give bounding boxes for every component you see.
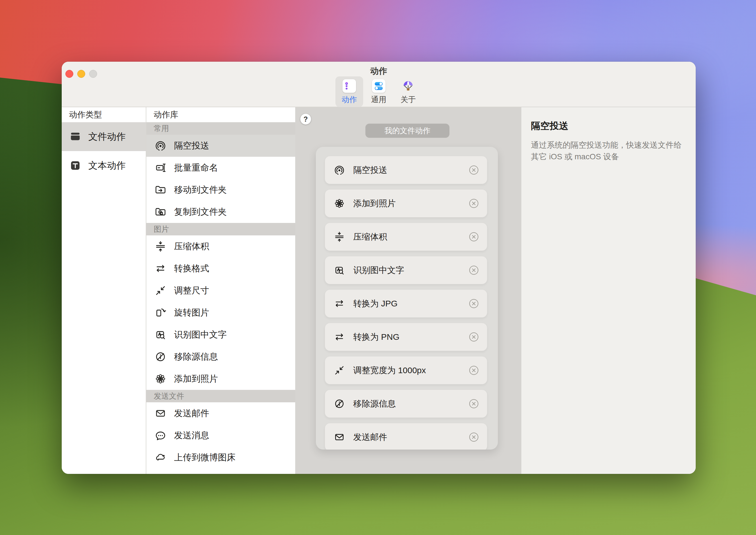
library-item-label: 调整尺寸 bbox=[174, 285, 209, 296]
x-circle-icon bbox=[469, 204, 479, 209]
x-circle-icon bbox=[469, 304, 479, 309]
tab-about[interactable]: 关于 bbox=[394, 76, 422, 107]
compress-icon bbox=[334, 231, 345, 243]
tab-label: 关于 bbox=[400, 95, 416, 105]
library-item-label: 添加到照片 bbox=[174, 373, 218, 385]
library-item-label: 隔空投送 bbox=[174, 140, 209, 152]
text-t-icon bbox=[69, 159, 81, 172]
x-circle-icon bbox=[469, 171, 479, 176]
x-circle-icon bbox=[469, 238, 479, 242]
library-item[interactable]: 移除源信息 bbox=[146, 346, 295, 368]
titlebar: 动作 动作通用关于 bbox=[62, 62, 696, 107]
library-item-label: 上传到微博图床 bbox=[174, 452, 236, 464]
library-item-label: 批量重命名 bbox=[174, 162, 218, 174]
action-card-label: 添加到照片 bbox=[353, 198, 469, 210]
remove-action-button[interactable] bbox=[469, 165, 479, 175]
airdrop-icon bbox=[334, 164, 345, 176]
action-card[interactable]: 识别图中文字 bbox=[325, 256, 487, 284]
library-item[interactable]: 转换格式 bbox=[146, 258, 295, 279]
action-card[interactable]: 移除源信息 bbox=[325, 390, 487, 418]
library-item-label: 移除源信息 bbox=[174, 351, 218, 363]
sidebar-item-text-actions[interactable]: 文本动作 bbox=[62, 151, 146, 180]
action-card[interactable]: 发送邮件 bbox=[325, 423, 487, 450]
rename-icon bbox=[154, 161, 167, 174]
help-button[interactable]: ? bbox=[300, 114, 311, 125]
library-item-label: 旋转图片 bbox=[174, 307, 209, 319]
library-item[interactable]: 旋转图片 bbox=[146, 301, 295, 324]
action-card[interactable]: 隔空投送 bbox=[325, 156, 487, 184]
remove-action-button[interactable] bbox=[469, 332, 479, 342]
action-type-list: 文件动作文本动作 bbox=[62, 122, 146, 180]
library-section-header: 图片 bbox=[146, 223, 295, 236]
library-item-label: 移动到文件夹 bbox=[174, 184, 227, 196]
library-item[interactable]: 批量重命名 bbox=[146, 157, 295, 179]
no-info-icon bbox=[154, 351, 167, 363]
remove-action-button[interactable] bbox=[469, 232, 479, 241]
remove-action-button[interactable] bbox=[469, 432, 479, 442]
library-item[interactable]: 复制到文件夹 bbox=[146, 201, 295, 223]
resize-icon bbox=[154, 284, 167, 297]
action-card-label: 移除源信息 bbox=[353, 398, 469, 410]
remove-action-button[interactable] bbox=[469, 299, 479, 308]
library-item[interactable]: 上传到微博图床 bbox=[146, 446, 295, 468]
actions-tab-icon bbox=[342, 79, 356, 93]
bird-icon bbox=[154, 473, 167, 474]
remove-action-button[interactable] bbox=[469, 266, 479, 275]
library-item[interactable]: 识别图中文字 bbox=[146, 324, 295, 346]
library-section-header: 发送文件 bbox=[146, 390, 295, 402]
action-library-column: 动作库 常用隔空投送批量重命名移动到文件夹复制到文件夹图片压缩体积转换格式调整尺… bbox=[146, 107, 295, 474]
action-card-label: 压缩体积 bbox=[353, 231, 469, 243]
library-item[interactable]: 发送消息 bbox=[146, 424, 295, 446]
desktop: 动作 动作通用关于 动作类型 文件动作文本动作 动作库 常用隔空投送批量重命名移… bbox=[0, 0, 756, 535]
my-file-actions-pill[interactable]: 我的文件动作 bbox=[365, 124, 450, 138]
remove-action-button[interactable] bbox=[469, 399, 479, 408]
x-circle-icon bbox=[469, 405, 479, 409]
message-icon bbox=[154, 429, 167, 442]
library-item-label: 识别图中文字 bbox=[174, 329, 227, 341]
library-item-label: 压缩体积 bbox=[174, 240, 209, 252]
content: 动作类型 文件动作文本动作 动作库 常用隔空投送批量重命名移动到文件夹复制到文件… bbox=[62, 107, 696, 474]
tray-icon bbox=[69, 130, 81, 143]
convert-icon bbox=[334, 331, 345, 343]
action-library-list: 常用隔空投送批量重命名移动到文件夹复制到文件夹图片压缩体积转换格式调整尺寸旋转图… bbox=[146, 122, 295, 474]
action-type-header: 动作类型 bbox=[62, 107, 146, 122]
library-item-label: 转换格式 bbox=[174, 263, 209, 274]
remove-action-button[interactable] bbox=[469, 199, 479, 208]
sidebar-item-label: 文件动作 bbox=[88, 130, 126, 143]
library-item[interactable]: 调整尺寸 bbox=[146, 279, 295, 301]
sidebar-item-file-actions[interactable]: 文件动作 bbox=[62, 122, 146, 151]
tab-actions[interactable]: 动作 bbox=[335, 76, 363, 107]
library-item[interactable]: 移动到文件夹 bbox=[146, 179, 295, 201]
action-card[interactable]: 压缩体积 bbox=[325, 223, 487, 251]
tab-general[interactable]: 通用 bbox=[365, 76, 393, 107]
library-item[interactable]: 添加到照片 bbox=[146, 368, 295, 390]
app-window: 动作 动作通用关于 动作类型 文件动作文本动作 动作库 常用隔空投送批量重命名移… bbox=[62, 62, 696, 474]
resize-icon bbox=[334, 364, 345, 376]
action-card[interactable]: 转换为 PNG bbox=[325, 323, 487, 351]
about-tab-icon bbox=[401, 79, 415, 93]
library-item[interactable]: 压缩体积 bbox=[146, 236, 295, 258]
photos-icon bbox=[334, 197, 345, 210]
detail-title: 隔空投送 bbox=[531, 120, 685, 132]
remove-action-button[interactable] bbox=[469, 366, 479, 375]
action-card-label: 隔空投送 bbox=[353, 164, 469, 176]
x-circle-icon bbox=[469, 438, 479, 443]
action-type-column: 动作类型 文件动作文本动作 bbox=[62, 107, 146, 474]
mail-icon bbox=[154, 407, 167, 420]
action-card[interactable]: 调整宽度为 1000px bbox=[325, 356, 487, 384]
no-info-icon bbox=[334, 398, 345, 410]
toolbar-tabs: 动作通用关于 bbox=[62, 76, 696, 107]
library-item[interactable]: 隔空投送 bbox=[146, 135, 295, 157]
library-item[interactable]: 上传到七牛云 bbox=[146, 468, 295, 474]
action-card[interactable]: 转换为 JPG bbox=[325, 290, 487, 318]
detail-panel: 隔空投送 通过系统的隔空投送功能，快速发送文件给其它 iOS 或 macOS 设… bbox=[521, 107, 696, 474]
tab-label: 动作 bbox=[342, 95, 357, 105]
action-card[interactable]: 添加到照片 bbox=[325, 189, 487, 217]
sidebar-item-label: 文本动作 bbox=[88, 159, 126, 172]
action-card-label: 转换为 PNG bbox=[353, 331, 469, 343]
action-cards-panel: 隔空投送添加到照片压缩体积识别图中文字转换为 JPG转换为 PNG调整宽度为 1… bbox=[316, 147, 498, 450]
action-library-header: 动作库 bbox=[146, 107, 295, 122]
tab-label: 通用 bbox=[371, 95, 386, 105]
library-item[interactable]: 发送邮件 bbox=[146, 402, 295, 424]
library-section-header: 常用 bbox=[146, 122, 295, 135]
